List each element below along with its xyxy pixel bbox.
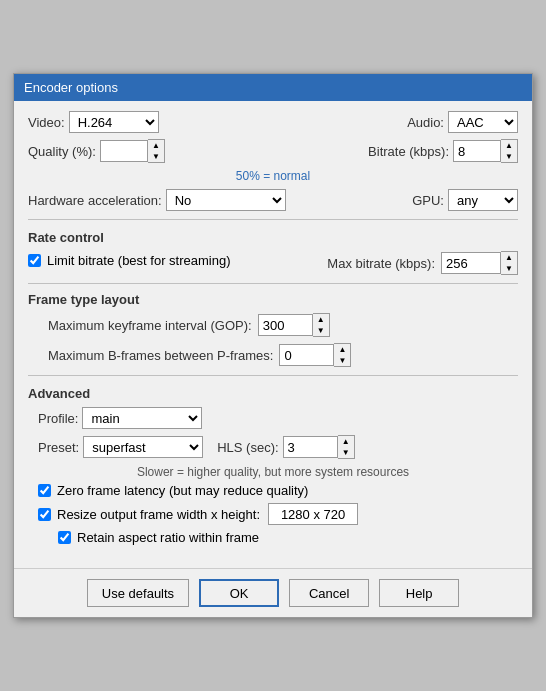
- quality-up-btn[interactable]: ▲: [148, 140, 164, 151]
- bframes-input[interactable]: [279, 344, 334, 366]
- aspect-ratio-checkbox[interactable]: [58, 531, 71, 544]
- advanced-header: Advanced: [28, 386, 518, 401]
- profile-select[interactable]: main: [82, 407, 202, 429]
- gop-label: Maximum keyframe interval (GOP):: [48, 318, 252, 333]
- dialog-title: Encoder options: [24, 80, 118, 95]
- max-bitrate-spinner: ▲ ▼: [441, 251, 518, 275]
- video-label: Video:: [28, 115, 65, 130]
- gop-spinner: ▲ ▼: [258, 313, 330, 337]
- preset-label: Preset:: [38, 440, 79, 455]
- rate-control-header: Rate control: [28, 230, 518, 245]
- max-bitrate-label: Max bitrate (kbps):: [327, 256, 435, 271]
- bframes-up-btn[interactable]: ▲: [334, 344, 350, 355]
- hint-text: Slower = higher quality, but more system…: [28, 465, 518, 479]
- hls-up-btn[interactable]: ▲: [338, 436, 354, 447]
- bitrate-up-btn[interactable]: ▲: [501, 140, 517, 151]
- audio-label: Audio:: [407, 115, 444, 130]
- help-button[interactable]: Help: [379, 579, 459, 607]
- hls-input[interactable]: [283, 436, 338, 458]
- zero-latency-checkbox[interactable]: [38, 484, 51, 497]
- cancel-button[interactable]: Cancel: [289, 579, 369, 607]
- gop-input[interactable]: [258, 314, 313, 336]
- hls-label: HLS (sec):: [217, 440, 278, 455]
- bitrate-input[interactable]: [453, 140, 501, 162]
- bitrate-label: Bitrate (kbps):: [368, 144, 449, 159]
- bframes-down-btn[interactable]: ▼: [334, 355, 350, 366]
- gop-up-btn[interactable]: ▲: [313, 314, 329, 325]
- quality-spinner: ▲ ▼: [100, 139, 165, 163]
- quality-down-btn[interactable]: ▼: [148, 151, 164, 162]
- profile-label: Profile:: [38, 411, 78, 426]
- quality-input[interactable]: [100, 140, 148, 162]
- frame-type-header: Frame type layout: [28, 292, 518, 307]
- ok-button[interactable]: OK: [199, 579, 279, 607]
- gop-down-btn[interactable]: ▼: [313, 325, 329, 336]
- limit-bitrate-checkbox[interactable]: [28, 254, 41, 267]
- title-bar: Encoder options: [14, 74, 532, 101]
- hls-spinner: ▲ ▼: [283, 435, 355, 459]
- gpu-label: GPU:: [412, 193, 444, 208]
- use-defaults-button[interactable]: Use defaults: [87, 579, 189, 607]
- aspect-ratio-label: Retain aspect ratio within frame: [77, 530, 259, 545]
- hw-accel-select[interactable]: No: [166, 189, 286, 211]
- preset-select[interactable]: superfast: [83, 436, 203, 458]
- normal-text: 50% = normal: [28, 169, 518, 183]
- limit-bitrate-label: Limit bitrate (best for streaming): [47, 253, 231, 268]
- video-select[interactable]: H.264: [69, 111, 159, 133]
- bitrate-down-btn[interactable]: ▼: [501, 151, 517, 162]
- zero-latency-label: Zero frame latency (but may reduce quali…: [57, 483, 308, 498]
- max-bitrate-input[interactable]: [441, 252, 501, 274]
- resize-input[interactable]: [268, 503, 358, 525]
- gpu-select[interactable]: any: [448, 189, 518, 211]
- resize-checkbox[interactable]: [38, 508, 51, 521]
- encoder-options-dialog: Encoder options Video: H.264 Audio: AAC …: [13, 73, 533, 618]
- bframes-label: Maximum B-frames between P-frames:: [48, 348, 273, 363]
- hls-down-btn[interactable]: ▼: [338, 447, 354, 458]
- hw-accel-label: Hardware acceleration:: [28, 193, 162, 208]
- bframes-spinner: ▲ ▼: [279, 343, 351, 367]
- max-bitrate-down-btn[interactable]: ▼: [501, 263, 517, 274]
- audio-select[interactable]: AAC: [448, 111, 518, 133]
- dialog-footer: Use defaults OK Cancel Help: [14, 568, 532, 617]
- resize-label: Resize output frame width x height:: [57, 507, 260, 522]
- max-bitrate-up-btn[interactable]: ▲: [501, 252, 517, 263]
- bitrate-spinner: ▲ ▼: [453, 139, 518, 163]
- quality-label: Quality (%):: [28, 144, 96, 159]
